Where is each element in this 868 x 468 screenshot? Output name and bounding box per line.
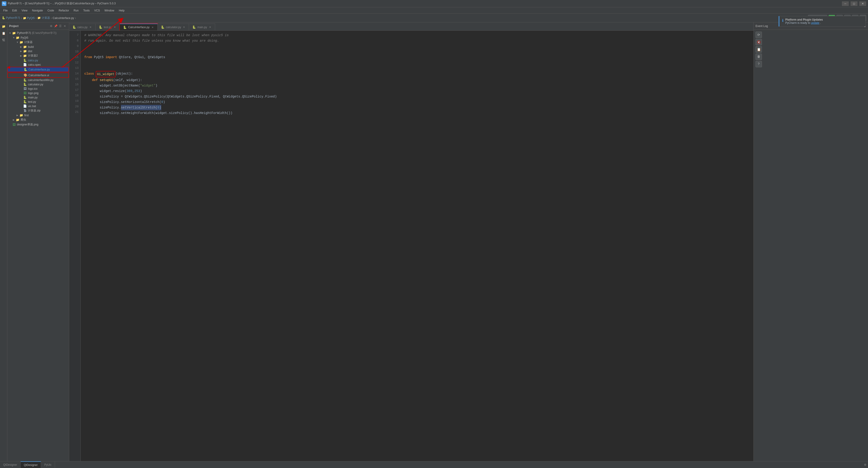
event-log-btn-1[interactable]: ⟳ — [755, 32, 762, 38]
tree-logo-png[interactable]: 🖼 logo.png — [7, 91, 69, 95]
calcuinterface-ui-label: CalcuInterface.ui — [28, 74, 49, 77]
tree-first[interactable]: ▶ 📁 first — [7, 113, 69, 118]
pyqt5-label: PyQt5 — [21, 36, 28, 39]
menu-tools[interactable]: Tools — [81, 8, 92, 13]
tree-pyqt5[interactable]: ▼ 📁 PyQt5 — [7, 35, 69, 40]
build-folder-icon: 📁 — [23, 45, 27, 48]
build-label: build — [28, 45, 34, 48]
tab-calcuinterface-py-close[interactable]: ✕ — [151, 26, 154, 29]
sidebar-structure-icon[interactable]: 🏗 — [0, 37, 7, 43]
tab-calcuinterface-py-label: CalcuInterface.py — [128, 26, 149, 29]
tab-calculator-py-label: calculator.py — [166, 26, 181, 29]
tree-dist[interactable]: ▶ 📁 dist — [7, 49, 69, 53]
code-line-7: # WARNING: Any manual changes made to th… — [84, 33, 750, 38]
menu-run[interactable]: Run — [71, 8, 81, 13]
code-line-17: widget.resize( 369 , 253 ) — [84, 88, 750, 94]
tree-calculator-folder[interactable]: ▼ 📁 计算器 — [7, 40, 69, 45]
menu-window[interactable]: Window — [102, 8, 117, 13]
tree-calculator-py[interactable]: 🐍 calculator.py — [7, 82, 69, 87]
tree-root[interactable]: ▼ 📁 Python学习 (E:\wsz\Python学习) — [7, 31, 69, 35]
tree-logo-ico[interactable]: 🖼 logo.ico — [7, 87, 69, 91]
bottom-panel-settings[interactable]: ⚙ — [864, 463, 866, 467]
menu-help[interactable]: Help — [117, 8, 127, 13]
breadcrumb-calculator[interactable]: 📁 计算器 — [37, 16, 50, 20]
menu-edit[interactable]: Edit — [10, 8, 19, 13]
notification-text: PyCharm is ready to — [785, 21, 811, 25]
pyqt5-folder-icon: 📁 — [16, 36, 20, 39]
calcu-spec-label: calcu.spec — [28, 63, 41, 66]
menu-file[interactable]: File — [1, 8, 10, 13]
notification-update-link[interactable]: update — [811, 21, 819, 25]
tree-designer-png[interactable]: 🖼 designer界面.png — [7, 122, 69, 127]
menu-vcs[interactable]: VCS — [92, 8, 102, 13]
tab-main-py[interactable]: 🐍 main.py ✕ — [189, 24, 215, 30]
breadcrumb-pyqt5[interactable]: 📁 PyQt5 — [23, 16, 35, 20]
bottom-tab-qtdesigner1[interactable]: QtDesigner — [0, 461, 21, 468]
tab-test-py[interactable]: 🐍 test.py ✕ — [96, 24, 120, 30]
tree-arrow-pyqt5: ▼ — [12, 36, 16, 39]
test-py-icon: 🐍 — [23, 100, 27, 103]
tree-build[interactable]: ▶ 📁 build — [7, 45, 69, 49]
tree-uic-bat[interactable]: 📄 uic.bat — [7, 104, 69, 108]
tab-calcuinterface-py[interactable]: 🐍 CalcuInterface.py ✕ — [120, 24, 157, 30]
tree-calculator2[interactable]: ▶ 📁 计算器2 — [7, 53, 69, 58]
project-pin-btn[interactable]: 📌 — [53, 24, 58, 28]
breadcrumb-python[interactable]: 🐍 Python学习 — [2, 16, 20, 20]
tree-calculator-zip[interactable]: 🗜 计算器.zip — [7, 108, 69, 113]
sidebar-commit-icon[interactable]: 📋 — [0, 30, 7, 37]
bottom-tab-qtdesigner2[interactable]: QtDesigner — [21, 461, 41, 468]
tab-main-py-close[interactable]: ✕ — [209, 26, 212, 29]
restore-button[interactable]: ◻ — [850, 1, 858, 6]
sidebar-icons: 📁 📋 🏗 — [0, 23, 7, 461]
calculator-py-icon: 🐍 — [23, 82, 27, 86]
calc2-folder-icon: 📁 — [23, 54, 27, 58]
tab-calculator-py-close[interactable]: ✕ — [182, 26, 186, 29]
tree-main-py[interactable]: 🐍 main.py — [7, 95, 69, 100]
tree-test-py[interactable]: 🐍 test.py — [7, 100, 69, 104]
tree-arrow-calc2: ▶ — [19, 55, 23, 57]
menu-view[interactable]: View — [19, 8, 30, 13]
first-folder-icon: 📁 — [19, 113, 23, 117]
project-close-btn[interactable]: ✕ — [63, 24, 67, 28]
tree-crawler[interactable]: ▶ 📁 爬虫 — [7, 118, 69, 122]
main-layout: 📁 📋 🏗 Project ⚙ 📌 ☰ ✕ ▼ 📁 Python学习 (E:\w… — [0, 23, 868, 461]
tab-calcu-py-close[interactable]: ✕ — [89, 26, 92, 29]
code-editor[interactable]: 7 8 9 10 11 12 13 14 15 16 17 18 19 20 2… — [69, 31, 753, 461]
code-line-13 — [84, 65, 750, 71]
tab-main-py-icon: 🐍 — [192, 25, 196, 29]
code-line-15: def setupUi (self, widget): — [84, 77, 750, 83]
sidebar-project-icon[interactable]: 📁 — [0, 23, 7, 30]
event-log-btn-5[interactable]: ? — [755, 61, 762, 67]
event-log-btn-4[interactable]: 🗑 — [755, 54, 762, 60]
tab-calculator-py[interactable]: 🐍 calculator.py ✕ — [158, 24, 189, 30]
bottom-tab-pyuic[interactable]: PyUic — [41, 461, 55, 468]
code-line-19: sizePolicy.setHorizontalStretch( 0 ) — [84, 99, 750, 105]
code-content[interactable]: # WARNING: Any manual changes made to th… — [81, 31, 753, 461]
notification-icon: ℹ — [782, 18, 783, 23]
dist-folder-icon: 📁 — [23, 49, 27, 53]
bottom-tabs: QtDesigner QtDesigner PyUic ⚙ — [0, 461, 868, 468]
bottom-panel: QtDesigner QtDesigner PyUic ⚙ ▲ ▼ ⚙ Qt: … — [0, 461, 868, 468]
calcuinterface-ui-icon: 🎨 — [23, 73, 28, 77]
tree-calcuinterface-ui[interactable]: 🎨 CalcuInterface.ui — [7, 72, 69, 78]
app-icon: Py — [2, 1, 6, 6]
test-py-label: test.py — [28, 100, 36, 103]
event-log-btn-3[interactable]: 📋 — [755, 46, 762, 53]
minimize-button[interactable]: ─ — [842, 1, 849, 6]
tree-calcuinterface-py[interactable]: 🐍 CalcuInterface.py — [7, 67, 69, 72]
tab-calcu-py[interactable]: 🐍 calcu.py ✕ — [69, 24, 96, 30]
project-settings-btn[interactable]: ⚙ — [49, 24, 53, 28]
menu-code[interactable]: Code — [45, 8, 56, 13]
code-line-14: class Ui_widget (object): — [84, 71, 750, 77]
tree-calcuinterfacewin[interactable]: 🐍 calcuInterfaceWin.py — [7, 78, 69, 82]
tree-calcu-spec[interactable]: 📄 calcu.spec — [7, 63, 69, 67]
tab-test-py-close[interactable]: ✕ — [113, 26, 116, 29]
tab-calcu-py-label: calcu.py — [78, 26, 88, 29]
close-button[interactable]: ✕ — [859, 1, 866, 6]
menu-navigate[interactable]: Navigate — [30, 8, 45, 13]
event-log-btn-2[interactable]: 🔇 — [755, 39, 762, 45]
project-expand-btn[interactable]: ☰ — [58, 24, 63, 28]
tree-arrow-crawler: ▶ — [12, 119, 16, 121]
menu-refactor[interactable]: Refactor — [56, 8, 71, 13]
tree-calcu-py[interactable]: 🐍 calcu.py — [7, 58, 69, 63]
